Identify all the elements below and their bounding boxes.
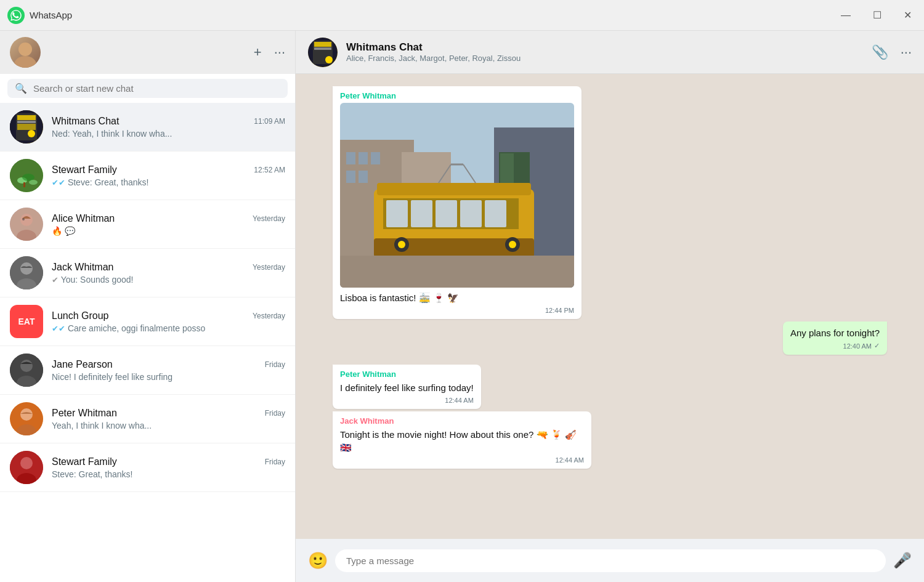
chat-preview: ✔✔ Care amiche, oggi finalmente posso — [52, 323, 285, 333]
chat-preview: Ned: Yeah, I think I know wha... — [52, 129, 285, 139]
sender-name-peter: Peter Whitman — [340, 370, 474, 379]
chat-info-jane: Jane Pearson Friday Nice! I definitely f… — [52, 359, 285, 382]
app-title: WhatsApp — [30, 10, 72, 20]
chat-item-alice[interactable]: Alice Whitman Yesterday 🔥 💬 — [0, 200, 295, 249]
chat-avatar-lunch: EAT — [10, 305, 43, 338]
chat-item-stewart2[interactable]: Stewart Family Friday Steve: Great, than… — [0, 443, 295, 492]
svg-point-29 — [20, 457, 33, 469]
bubble-incoming: Peter Whitman — [333, 86, 582, 319]
chat-name: Lunch Group — [52, 310, 109, 321]
svg-point-35 — [325, 56, 333, 63]
titlebar: WhatsApp — ☐ ✕ — [0, 0, 924, 31]
chat-name: Whitmans Chat — [52, 116, 119, 127]
svg-rect-33 — [314, 42, 331, 47]
bubble-incoming: Jack Whitman Tonight is the movie night!… — [333, 411, 591, 469]
chat-menu-icon[interactable]: ··· — [901, 44, 912, 60]
chat-name: Peter Whitman — [52, 408, 117, 419]
svg-point-60 — [509, 241, 516, 248]
chat-info-jack: Jack Whitman Yesterday ✔ You: Sounds goo… — [52, 262, 285, 285]
svg-rect-43 — [346, 171, 355, 183]
chat-avatar-whitmans — [10, 110, 43, 143]
chat-preview: Yeah, I think I know wha... — [52, 421, 285, 430]
message-outgoing: Any plans for tonight? 12:40 AM ✓ — [333, 321, 887, 355]
active-chat-avatar — [308, 38, 338, 67]
new-chat-icon[interactable]: + — [254, 44, 262, 60]
chat-item-whitmans[interactable]: Whitmans Chat 11:09 AM Ned: Yeah, I thin… — [0, 103, 295, 152]
maximize-button[interactable]: ☐ — [868, 7, 886, 23]
svg-point-23 — [20, 360, 33, 372]
message-meta: 12:44 AM — [340, 397, 474, 404]
chat-item-stewart[interactable]: Stewart Family 12:52 AM ✔✔ Steve: Great,… — [0, 152, 295, 200]
chat-info-lunch: Lunch Group Yesterday ✔✔ Care amiche, og… — [52, 310, 285, 333]
main-app: + ··· 🔍 — [0, 31, 924, 582]
message-meta: 12:44 PM — [340, 307, 574, 314]
menu-icon[interactable]: ··· — [274, 44, 285, 60]
chat-item-jack[interactable]: Jack Whitman Yesterday ✔ You: Sounds goo… — [0, 249, 295, 297]
sender-name-jack: Jack Whitman — [340, 416, 584, 426]
chat-info-alice: Alice Whitman Yesterday 🔥 💬 — [52, 213, 285, 236]
mic-icon[interactable]: 🎤 — [893, 552, 912, 569]
svg-rect-55 — [460, 200, 482, 227]
svg-rect-41 — [359, 152, 368, 164]
message-peter-image: Peter Whitman — [333, 86, 887, 319]
svg-rect-14 — [23, 182, 25, 187]
tram-image[interactable] — [340, 103, 574, 288]
chat-name: Jack Whitman — [52, 262, 113, 273]
whatsapp-logo-icon — [7, 7, 25, 24]
svg-rect-44 — [359, 171, 368, 183]
input-area: 🙂 🎤 — [296, 539, 924, 582]
message-check-icon: ✓ — [874, 342, 880, 350]
message-text: I definitely feel like surfing today! — [340, 381, 474, 394]
svg-point-0 — [7, 7, 25, 24]
chat-avatar-jane — [10, 354, 43, 387]
chat-item-jane[interactable]: Jane Pearson Friday Nice! I definitely f… — [0, 346, 295, 395]
minimize-button[interactable]: — — [836, 7, 856, 23]
svg-point-1 — [18, 42, 32, 56]
chat-preview: 🔥 💬 — [52, 226, 285, 236]
svg-point-16 — [20, 214, 33, 226]
chat-header: Whitmans Chat Alice, Francis, Jack, Marg… — [296, 31, 924, 74]
svg-rect-53 — [411, 200, 432, 227]
chat-item-lunch[interactable]: EAT Lunch Group Yesterday ✔✔ Care amiche… — [0, 297, 295, 346]
svg-point-18 — [22, 218, 25, 220]
message-meta: 12:40 AM ✓ — [790, 342, 880, 350]
emoji-icon[interactable]: 🙂 — [308, 551, 328, 570]
svg-rect-56 — [485, 200, 506, 227]
double-check-icon: ✔✔ — [52, 178, 65, 187]
message-peter-text: Peter Whitman I definitely feel like sur… — [333, 365, 887, 409]
active-chat-name: Whitmans Chat — [346, 41, 863, 54]
chat-avatar-jack — [10, 256, 43, 289]
left-panel: + ··· 🔍 — [0, 31, 296, 582]
search-icon: 🔍 — [15, 83, 27, 94]
user-avatar[interactable] — [10, 37, 41, 68]
message-meta: 12:44 AM — [340, 456, 584, 464]
svg-point-9 — [28, 130, 35, 137]
message-text: Any plans for tonight? — [790, 326, 880, 339]
chat-preview: Steve: Great, thanks! — [52, 469, 285, 479]
chat-info-whitmans: Whitmans Chat 11:09 AM Ned: Yeah, I thin… — [52, 116, 285, 139]
chat-time: Yesterday — [253, 312, 285, 320]
chat-item-peter[interactable]: Peter Whitman Friday Yeah, I think I kno… — [0, 395, 295, 443]
chat-preview: ✔✔ Steve: Great, thanks! — [52, 177, 285, 187]
active-chat-members: Alice, Francis, Jack, Margot, Peter, Roy… — [346, 54, 863, 63]
svg-rect-40 — [346, 152, 355, 164]
chat-header-info: Whitmans Chat Alice, Francis, Jack, Marg… — [346, 41, 863, 63]
bubble-outgoing: Any plans for tonight? 12:40 AM ✓ — [783, 321, 887, 355]
attachment-icon[interactable]: 📎 — [872, 44, 888, 60]
right-panel: Whitmans Chat Alice, Francis, Jack, Marg… — [296, 31, 924, 582]
close-button[interactable]: ✕ — [899, 7, 917, 23]
message-time: 12:40 AM — [843, 342, 872, 350]
message-jack-text: Jack Whitman Tonight is the movie night!… — [333, 411, 887, 469]
svg-point-2 — [14, 56, 36, 68]
chat-time: Friday — [265, 409, 285, 418]
message-input[interactable] — [335, 549, 886, 572]
search-input[interactable] — [33, 83, 280, 94]
chat-name: Alice Whitman — [52, 213, 115, 224]
chat-preview: ✔ You: Sounds good! — [52, 275, 285, 285]
chat-time: 12:52 AM — [254, 166, 285, 174]
message-text: Lisboa is fantastic! 🚋 🍷 🦅 — [340, 291, 574, 304]
chat-time: 11:09 AM — [254, 117, 285, 126]
svg-rect-8 — [17, 124, 36, 130]
chat-name: Jane Pearson — [52, 359, 113, 370]
sender-name-peter: Peter Whitman — [340, 91, 574, 100]
